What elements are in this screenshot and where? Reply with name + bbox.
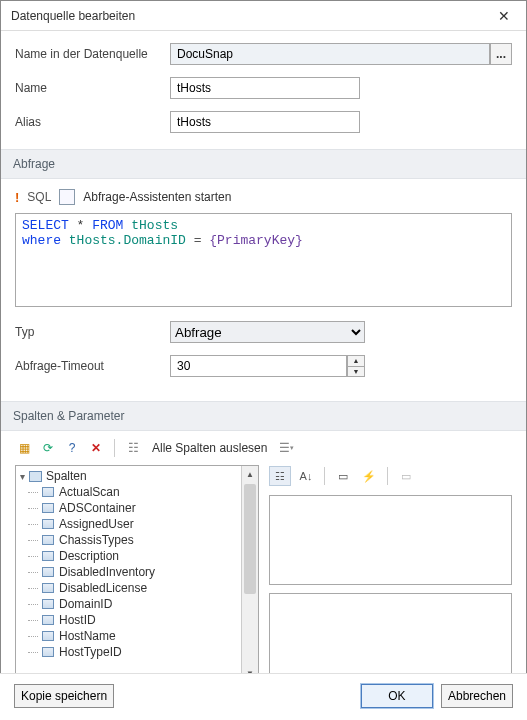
tree-scrollbar[interactable]: ▲ ▼: [241, 466, 258, 682]
column-icon: [42, 551, 54, 561]
toolbar-separator: [324, 467, 325, 485]
toolbar-separator: [114, 439, 115, 457]
tree-item-label: ActualScan: [59, 485, 120, 499]
scroll-thumb[interactable]: [244, 484, 256, 594]
column-icon: [42, 487, 54, 497]
tree-item[interactable]: HostTypeID: [42, 644, 237, 660]
dialog-footer: Kopie speichern OK Abbrechen: [0, 673, 527, 720]
prop-page-button[interactable]: ▭: [332, 466, 354, 486]
tree-item-label: DisabledInventory: [59, 565, 155, 579]
sql-editor[interactable]: SELECT * FROM tHosts where tHosts.Domain…: [15, 213, 512, 307]
column-icon: [42, 631, 54, 641]
tree-item-label: AssignedUser: [59, 517, 134, 531]
warning-icon: !: [15, 190, 19, 205]
titlebar: Datenquelle bearbeiten ✕: [1, 1, 526, 31]
delete-column-button[interactable]: ✕: [87, 439, 105, 457]
tree-item[interactable]: ActualScan: [42, 484, 237, 500]
columns-tree-wrap: ▾ Spalten ActualScanADSContainerAssigned…: [15, 465, 259, 683]
tree-item[interactable]: HostName: [42, 628, 237, 644]
column-icon: [42, 583, 54, 593]
query-section-body: ! SQL Abfrage-Assistenten starten SELECT…: [1, 179, 526, 401]
tree-item-label: Description: [59, 549, 119, 563]
tree-item-label: ADSContainer: [59, 501, 136, 515]
property-description: [269, 593, 512, 683]
column-icon: [42, 519, 54, 529]
timeout-label: Abfrage-Timeout: [15, 359, 170, 373]
save-copy-button[interactable]: Kopie speichern: [14, 684, 114, 708]
cancel-button[interactable]: Abbrechen: [441, 684, 513, 708]
columns-section-header: Spalten & Parameter: [1, 401, 526, 431]
columns-dropdown-button[interactable]: ☰▾: [277, 439, 295, 457]
type-label: Typ: [15, 325, 170, 339]
query-wizard-button[interactable]: Abfrage-Assistenten starten: [83, 190, 231, 204]
columns-area: ▾ Spalten ActualScanADSContainerAssigned…: [1, 465, 526, 693]
property-panels: ☷ A↓ ▭ ⚡ ▭: [269, 465, 512, 683]
toolbar-separator: [387, 467, 388, 485]
tree-item[interactable]: AssignedUser: [42, 516, 237, 532]
prop-events-button[interactable]: ⚡: [358, 466, 380, 486]
prop-categorized-button[interactable]: ☷: [269, 466, 291, 486]
columns-toolbar: ▦ ⟳ ? ✕ ☷ Alle Spalten auslesen ☰▾: [1, 431, 526, 465]
tree-item[interactable]: HostID: [42, 612, 237, 628]
column-icon: [42, 535, 54, 545]
name-input[interactable]: [170, 77, 360, 99]
spin-down-icon[interactable]: ▼: [348, 367, 364, 377]
property-toolbar: ☷ A↓ ▭ ⚡ ▭: [269, 465, 512, 487]
tree-item-label: DisabledLicense: [59, 581, 147, 595]
tree-item-label: DomainID: [59, 597, 112, 611]
column-icon: [42, 647, 54, 657]
tree-item-label: ChassisTypes: [59, 533, 134, 547]
tree-item[interactable]: DomainID: [42, 596, 237, 612]
columns-grid-icon[interactable]: ☷: [124, 439, 142, 457]
spin-up-icon[interactable]: ▲: [348, 356, 364, 367]
query-section-header: Abfrage: [1, 149, 526, 179]
scroll-up-icon[interactable]: ▲: [242, 466, 258, 483]
column-icon: [42, 567, 54, 577]
timeout-input[interactable]: [170, 355, 347, 377]
sql-label: SQL: [27, 190, 51, 204]
wizard-icon[interactable]: [59, 189, 75, 205]
window-title: Datenquelle bearbeiten: [11, 9, 135, 23]
folder-icon: [29, 471, 42, 482]
tree-item[interactable]: DisabledInventory: [42, 564, 237, 580]
alias-input[interactable]: [170, 111, 360, 133]
timeout-spinner[interactable]: ▲ ▼: [347, 355, 365, 377]
column-icon: [42, 503, 54, 513]
close-button[interactable]: ✕: [484, 2, 524, 30]
prop-sort-button[interactable]: A↓: [295, 466, 317, 486]
tree-item[interactable]: Description: [42, 548, 237, 564]
column-help-button[interactable]: ?: [63, 439, 81, 457]
add-column-button[interactable]: ▦: [15, 439, 33, 457]
prop-extra-button[interactable]: ▭: [395, 466, 417, 486]
tree-item-label: HostID: [59, 613, 96, 627]
tree-collapse-icon[interactable]: ▾: [20, 471, 25, 482]
type-select[interactable]: Abfrage: [170, 321, 365, 343]
tree-item[interactable]: ADSContainer: [42, 500, 237, 516]
datasource-browse-button[interactable]: ...: [490, 43, 512, 65]
tree-item[interactable]: ChassisTypes: [42, 532, 237, 548]
refresh-columns-button[interactable]: ⟳: [39, 439, 57, 457]
columns-tree[interactable]: ▾ Spalten ActualScanADSContainerAssigned…: [16, 466, 241, 682]
name-label: Name: [15, 81, 170, 95]
alias-label: Alias: [15, 115, 170, 129]
property-grid[interactable]: [269, 495, 512, 585]
query-toolbar: ! SQL Abfrage-Assistenten starten: [15, 185, 512, 213]
datasource-name-label: Name in der Datenquelle: [15, 47, 170, 61]
tree-item-label: HostTypeID: [59, 645, 122, 659]
tree-item-label: HostName: [59, 629, 116, 643]
column-icon: [42, 599, 54, 609]
ok-button[interactable]: OK: [361, 684, 433, 708]
column-icon: [42, 615, 54, 625]
tree-root[interactable]: ▾ Spalten: [20, 469, 237, 483]
tree-root-label: Spalten: [46, 469, 87, 483]
tree-item[interactable]: DisabledLicense: [42, 580, 237, 596]
read-all-columns-button[interactable]: Alle Spalten auslesen: [152, 441, 267, 455]
form-area: Name in der Datenquelle ... Name Alias: [1, 31, 526, 149]
datasource-name-input[interactable]: [170, 43, 490, 65]
